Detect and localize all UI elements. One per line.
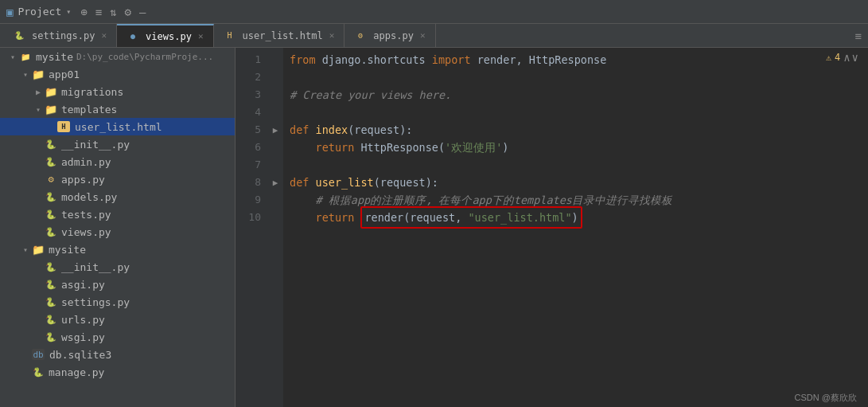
code-line-7: [283, 156, 868, 174]
sidebar-item-init-app01[interactable]: 🐍 __init__.py: [0, 135, 235, 153]
project-folder-icon: ▣: [6, 6, 13, 18]
spacer-user-list: [45, 120, 57, 133]
toolbar-icon-gear[interactable]: ⚙: [125, 6, 131, 18]
title-bar: ▣ Project ▾ ⊕ ≡ ⇅ ⚙ —: [0, 0, 868, 24]
db-file-icon: db: [32, 349, 45, 360]
gutter-3: [267, 86, 283, 104]
sidebar-item-mysite-root[interactable]: ▾ 📁 mysite D:\py_code\PycharmProje...: [0, 48, 235, 65]
sidebar-item-models[interactable]: 🐍 models.py: [0, 188, 235, 205]
code-editor[interactable]: 1 2 3 4 5 6 7 8 9 10 ▶ ▶: [235, 48, 868, 407]
sidebar-item-app01[interactable]: ▾ 📁 app01: [0, 65, 235, 83]
sidebar-item-apps[interactable]: ⚙ apps.py: [0, 170, 235, 188]
apps-py-label: apps.py: [61, 174, 105, 186]
toolbar-icon-minimize[interactable]: —: [139, 6, 146, 18]
sidebar-item-migrations[interactable]: ▶ 📁 migrations: [0, 83, 235, 100]
sidebar-item-asgi[interactable]: 🐍 asgi.py: [0, 276, 235, 293]
manage-py-label: manage.py: [49, 366, 104, 378]
tab-settings-label: settings.py: [32, 30, 95, 41]
sidebar-item-mysite-sub[interactable]: ▾ 📁 mysite: [0, 241, 235, 258]
dropdown-arrow-icon[interactable]: ▾: [66, 7, 71, 16]
nav-up-icon[interactable]: ∧: [843, 51, 850, 64]
tab-user-list-close[interactable]: ✕: [329, 30, 335, 41]
html-icon: H: [224, 30, 236, 41]
warning-bar: ⚠ 4 ∧ ∨: [826, 51, 858, 64]
line-num-2: 2: [235, 68, 261, 86]
mysite-path: D:\py_code\PycharmProje...: [76, 52, 213, 62]
sidebar-item-manage[interactable]: 🐍 manage.py: [0, 363, 235, 381]
py-icon-apps: ⚙: [354, 30, 367, 41]
tab-apps[interactable]: ⚙ apps.py ✕: [344, 24, 435, 47]
settings-py-label: settings.py: [61, 296, 130, 308]
tab-views[interactable]: ● views.py ✕: [117, 24, 213, 47]
tab-settings-close[interactable]: ✕: [101, 30, 107, 41]
sidebar-item-user-list-html[interactable]: H user_list.html: [0, 118, 235, 135]
expand-arrow-templates: ▾: [32, 103, 45, 115]
app01-label: app01: [49, 68, 80, 80]
html-file-icon: H: [57, 121, 70, 132]
tab-views-close[interactable]: ✕: [198, 31, 204, 41]
init-mysite-label: __init__.py: [61, 261, 130, 273]
line-num-1: 1: [235, 51, 261, 68]
line-num-8: 8: [235, 174, 261, 191]
tab-scroll-left[interactable]: ≡: [855, 29, 862, 42]
folder-icon-mysite-sub: 📁: [32, 244, 45, 255]
sidebar-item-init-mysite[interactable]: 🐍 __init__.py: [0, 258, 235, 276]
gutter-2: [267, 68, 283, 86]
tab-apps-close[interactable]: ✕: [420, 30, 426, 41]
toolbar-icon-sort[interactable]: ⇅: [110, 6, 116, 18]
py-file-icon-asgi: 🐍: [45, 279, 57, 290]
asgi-py-label: asgi.py: [61, 279, 105, 291]
gutter-1: [267, 51, 283, 68]
main-content: ▾ 📁 mysite D:\py_code\PycharmProje... ▾ …: [0, 48, 868, 407]
gutter: ▶ ▶: [267, 48, 283, 407]
db-sqlite3-label: db.sqlite3: [49, 349, 111, 361]
tests-py-label: tests.py: [61, 209, 111, 221]
code-line-1: from django.shortcuts import render, Htt…: [283, 51, 868, 68]
sidebar-item-settings[interactable]: 🐍 settings.py: [0, 293, 235, 311]
models-py-label: models.py: [61, 191, 117, 203]
py-file-icon-init: 🐍: [45, 139, 57, 150]
py-file-icon-wsgi: 🐍: [45, 331, 57, 342]
sidebar-item-urls[interactable]: 🐍 urls.py: [0, 311, 235, 328]
folder-icon-mysite: 📁: [19, 51, 32, 62]
sidebar-item-wsgi[interactable]: 🐍 wsgi.py: [0, 328, 235, 346]
line-num-7: 7: [235, 156, 261, 174]
project-title: Project: [18, 6, 61, 18]
tab-apps-label: apps.py: [373, 30, 414, 41]
kw-from: from: [290, 51, 316, 68]
gutter-6: [267, 139, 283, 156]
py-file-icon-settings: 🐍: [45, 296, 57, 307]
folder-icon-templates: 📁: [45, 104, 57, 115]
urls-py-label: urls.py: [61, 314, 105, 326]
gutter-5: ▶: [267, 121, 283, 139]
sidebar-item-admin[interactable]: 🐍 admin.py: [0, 153, 235, 170]
tab-bar: 🐍 settings.py ✕ ● views.py ✕ H user_list…: [0, 24, 868, 48]
py-file-icon-urls: 🐍: [45, 314, 57, 325]
sidebar-item-tests[interactable]: 🐍 tests.py: [0, 205, 235, 223]
sidebar-item-db[interactable]: db db.sqlite3: [0, 346, 235, 363]
py-icon-views: ●: [127, 31, 139, 42]
gutter-9: [267, 191, 283, 209]
sidebar-item-templates[interactable]: ▾ 📁 templates: [0, 100, 235, 118]
code-line-10: return render(request, "user_list.html"): [283, 209, 868, 226]
toolbar-icon-globe[interactable]: ⊕: [80, 6, 87, 18]
tab-user-list[interactable]: H user_list.html ✕: [214, 24, 345, 47]
code-line-4: [283, 104, 868, 121]
line-num-6: 6: [235, 139, 261, 156]
expand-arrow-mysite: ▾: [6, 50, 19, 63]
py-file-icon-tests: 🐍: [45, 209, 57, 220]
toolbar-icon-list[interactable]: ≡: [95, 6, 102, 18]
line-num-4: 4: [235, 104, 261, 121]
tab-settings[interactable]: 🐍 settings.py ✕: [3, 24, 117, 47]
expand-arrow-migrations: ▶: [32, 85, 45, 98]
line-numbers: 1 2 3 4 5 6 7 8 9 10: [235, 48, 267, 407]
tab-views-label: views.py: [146, 31, 192, 42]
warning-triangle-icon: ⚠: [826, 53, 831, 63]
code-line-5: def index (request):: [283, 121, 868, 139]
nav-down-icon[interactable]: ∨: [852, 51, 858, 64]
gutter-7: [267, 156, 283, 174]
expand-arrow-app01: ▾: [19, 68, 32, 80]
code-line-2: [283, 68, 868, 86]
sidebar-item-views[interactable]: 🐍 views.py: [0, 223, 235, 241]
code-line-8: def user_list (request):: [283, 174, 868, 191]
